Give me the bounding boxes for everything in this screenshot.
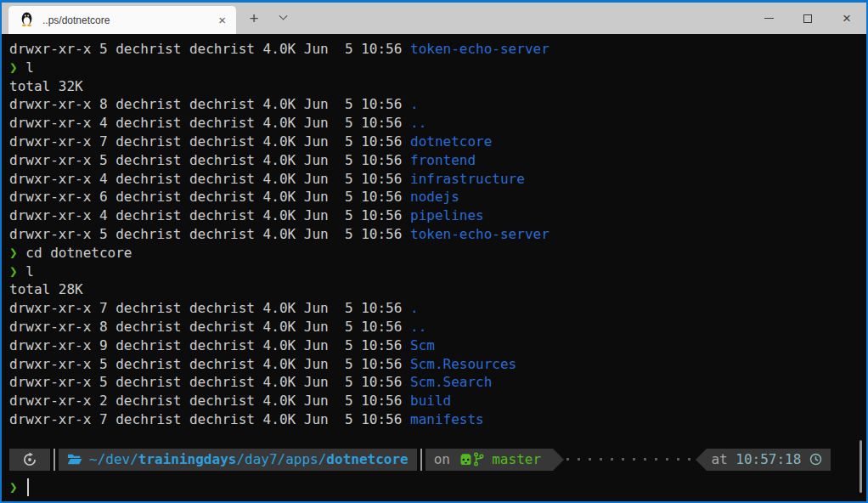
segment-separator — [420, 449, 422, 471]
path-segment: ~/dev/trainingdays/day7/apps/dotnetcore — [59, 449, 417, 471]
directory-name: pipelines — [410, 207, 484, 223]
terminal-text: drwxr-xr-x 2 dechrist dechrist 4.0K Jun … — [9, 393, 410, 409]
terminal-text: drwxr-xr-x 7 dechrist dechrist 4.0K Jun … — [9, 411, 410, 427]
powerline-arrow-left — [696, 449, 707, 471]
terminal-line: drwxr-xr-x 4 dechrist dechrist 4.0K Jun … — [9, 170, 866, 189]
directory-name: .. — [410, 115, 426, 131]
on-label: on — [434, 450, 459, 469]
at-label: at — [711, 450, 736, 469]
terminal-line: drwxr-xr-x 5 dechrist dechrist 4.0K Jun … — [9, 373, 866, 392]
directory-name: build — [410, 393, 451, 409]
terminal-text: drwxr-xr-x 5 dechrist dechrist 4.0K Jun … — [9, 374, 410, 390]
prompt-chevron: ❯ — [9, 478, 18, 497]
terminal-line: drwxr-xr-x 5 dechrist dechrist 4.0K Jun … — [9, 355, 866, 374]
directory-name: Scm.Search — [410, 374, 492, 390]
terminal-line: drwxr-xr-x 2 dechrist dechrist 4.0K Jun … — [9, 392, 866, 410]
tab-dropdown-button[interactable] — [268, 3, 297, 34]
terminal-line: ❯ l — [9, 59, 866, 77]
scrollbar-thumb[interactable] — [860, 440, 862, 493]
terminal-text: drwxr-xr-x 4 dechrist dechrist 4.0K Jun … — [9, 171, 410, 187]
git-branch-name: master — [484, 450, 550, 469]
maximize-icon — [803, 14, 812, 23]
terminal-text: drwxr-xr-x 7 dechrist dechrist 4.0K Jun … — [9, 133, 410, 150]
terminal-text: drwxr-xr-x 5 dechrist dechrist 4.0K Jun … — [9, 152, 410, 168]
directory-name: . — [410, 300, 419, 316]
directory-name: manifests — [410, 411, 484, 427]
circular-arrow-icon — [22, 452, 37, 467]
terminal-output: drwxr-xr-x 5 dechrist dechrist 4.0K Jun … — [9, 40, 866, 429]
terminal-text: drwxr-xr-x 7 dechrist dechrist 4.0K Jun … — [9, 300, 410, 316]
close-icon: × — [843, 11, 851, 25]
directory-name: infrastructure — [410, 171, 525, 187]
terminal-line: total 32K — [9, 77, 866, 96]
terminal-text: drwxr-xr-x 5 dechrist dechrist 4.0K Jun … — [9, 226, 410, 242]
terminal-text: drwxr-xr-x 5 dechrist dechrist 4.0K Jun … — [9, 356, 410, 372]
terminal-line: drwxr-xr-x 5 dechrist dechrist 4.0K Jun … — [9, 40, 866, 59]
dotted-filler — [566, 458, 694, 461]
tab-title: ..ps/dotnetcore — [42, 14, 215, 26]
terminal-line: total 28K — [9, 280, 866, 299]
terminal-line: drwxr-xr-x 6 dechrist dechrist 4.0K Jun … — [9, 188, 866, 206]
tab-close-icon[interactable]: × — [215, 13, 229, 27]
git-segment: on master — [426, 449, 553, 471]
tab-dotnetcore[interactable]: ..ps/dotnetcore × — [8, 6, 236, 34]
terminal-text: total 32K — [9, 78, 83, 94]
terminal-line: drwxr-xr-x 4 dechrist dechrist 4.0K Jun … — [9, 114, 866, 133]
terminal-line: ❯ l — [9, 263, 866, 281]
directory-name: .. — [410, 319, 426, 335]
terminal-line: drwxr-xr-x 8 dechrist dechrist 4.0K Jun … — [9, 318, 866, 336]
terminal-text: total 28K — [9, 281, 83, 297]
git-branch-icon — [473, 452, 484, 466]
terminal-text: cd dotnetcore — [25, 245, 132, 261]
powerline-arrow-right — [553, 449, 564, 471]
terminal-text: l — [25, 263, 34, 280]
prompt-char: ❯ — [9, 263, 25, 280]
folder-icon — [67, 453, 82, 466]
terminal-text: drwxr-xr-x 8 dechrist dechrist 4.0K Jun … — [9, 319, 410, 335]
terminal-window: ..ps/dotnetcore × + × drwxr-xr-x 5 dechr… — [0, 0, 868, 503]
close-button[interactable]: × — [827, 3, 866, 34]
terminal-line: drwxr-xr-x 8 dechrist dechrist 4.0K Jun … — [9, 95, 866, 114]
terminal-line: drwxr-xr-x 9 dechrist dechrist 4.0K Jun … — [9, 336, 866, 355]
minimize-icon — [764, 18, 774, 20]
prompt-char: ❯ — [9, 59, 25, 76]
terminal-text: drwxr-xr-x 9 dechrist dechrist 4.0K Jun … — [9, 337, 410, 353]
directory-name: dotnetcore — [410, 133, 492, 150]
current-path: ~/dev/trainingdays/day7/apps/dotnetcore — [89, 450, 409, 469]
directory-name: . — [410, 96, 419, 112]
terminal-line: ❯ cd dotnetcore — [9, 244, 866, 263]
github-icon — [459, 453, 473, 466]
time-segment: at 10:57:18 — [707, 449, 831, 471]
minimize-button[interactable] — [749, 3, 788, 34]
terminal-line: drwxr-xr-x 7 dechrist dechrist 4.0K Jun … — [9, 133, 866, 151]
terminal-line: drwxr-xr-x 7 dechrist dechrist 4.0K Jun … — [9, 410, 866, 429]
directory-name: nodejs — [410, 189, 459, 205]
terminal-line: drwxr-xr-x 7 dechrist dechrist 4.0K Jun … — [9, 299, 866, 318]
text-cursor — [27, 478, 30, 496]
terminal-text: l — [25, 59, 34, 76]
directory-name: token-echo-server — [410, 41, 550, 57]
directory-name: frontend — [410, 152, 476, 168]
prompt-char: ❯ — [9, 245, 25, 261]
terminal-text: drwxr-xr-x 4 dechrist dechrist 4.0K Jun … — [9, 207, 410, 223]
terminal-text: drwxr-xr-x 4 dechrist dechrist 4.0K Jun … — [9, 115, 410, 131]
directory-name: token-echo-server — [410, 226, 550, 242]
terminal-line: drwxr-xr-x 5 dechrist dechrist 4.0K Jun … — [9, 225, 866, 244]
new-tab-button[interactable]: + — [240, 3, 268, 34]
terminal-text: drwxr-xr-x 8 dechrist dechrist 4.0K Jun … — [9, 96, 410, 112]
terminal-text: drwxr-xr-x 6 dechrist dechrist 4.0K Jun … — [9, 189, 410, 205]
terminal-line: drwxr-xr-x 4 dechrist dechrist 4.0K Jun … — [9, 206, 866, 225]
terminal-line: drwxr-xr-x 5 dechrist dechrist 4.0K Jun … — [9, 151, 866, 170]
command-prompt-line[interactable]: ❯ — [9, 478, 866, 497]
terminal-text: drwxr-xr-x 5 dechrist dechrist 4.0K Jun … — [9, 41, 410, 57]
titlebar-drag-area — [297, 3, 749, 34]
prompt-status-bar: ~/dev/trainingdays/day7/apps/dotnetcore … — [9, 449, 831, 471]
clock-time: 10:57:18 — [736, 450, 809, 469]
linux-tux-icon — [20, 10, 34, 31]
os-segment — [9, 449, 50, 471]
chevron-down-icon — [279, 12, 287, 20]
directory-name: Scm.Resources — [410, 356, 516, 372]
terminal-screen[interactable]: drwxr-xr-x 5 dechrist dechrist 4.0K Jun … — [2, 34, 866, 501]
maximize-button[interactable] — [788, 3, 827, 34]
tab-bar: ..ps/dotnetcore × + × — [2, 3, 866, 34]
